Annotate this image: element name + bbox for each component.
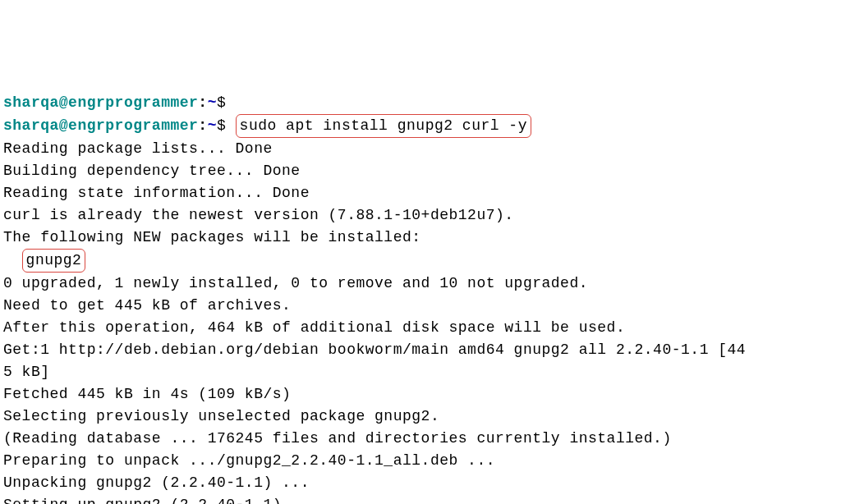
output-line: Building dependency tree... Done (3, 160, 838, 182)
output-line: Reading state information... Done (3, 182, 838, 204)
package-highlight: gnupg2 (22, 249, 86, 273)
prompt-colon: : (198, 117, 207, 134)
prompt-dollar: $ (217, 94, 226, 111)
output-line: Need to get 445 kB of archives. (3, 295, 838, 317)
output-line: Selecting previously unselected package … (3, 405, 838, 428)
prompt-dollar: $ (217, 117, 226, 134)
output-line: (Reading database ... 176245 files and d… (3, 428, 838, 450)
output-line: After this operation, 464 kB of addition… (3, 317, 838, 339)
prompt-user: sharqa@engrprogrammer (3, 117, 198, 134)
output-line: 5 kB] (3, 361, 838, 383)
output-line: Get:1 http://deb.debian.org/debian bookw… (3, 339, 838, 361)
output-line: curl is already the newest version (7.88… (3, 204, 838, 227)
output-line: gnupg2 (3, 249, 838, 273)
prompt-path: ~ (208, 117, 217, 134)
terminal-output[interactable]: sharqa@engrprogrammer:~$sharqa@engrprogr… (3, 92, 838, 504)
output-line: Preparing to unpack .../gnupg2_2.2.40-1.… (3, 450, 838, 472)
output-line: Unpacking gnupg2 (2.2.40-1.1) ... (3, 472, 838, 494)
output-line: The following NEW packages will be insta… (3, 227, 838, 249)
output-line: Reading package lists... Done (3, 138, 838, 160)
output-line: Setting up gnupg2 (2.2.40-1.1) ... (3, 494, 838, 504)
output-line: Fetched 445 kB in 4s (109 kB/s) (3, 383, 838, 405)
prompt-line-empty: sharqa@engrprogrammer:~$ (3, 92, 838, 114)
prompt-user: sharqa@engrprogrammer (3, 94, 198, 111)
prompt-line-command: sharqa@engrprogrammer:~$ sudo apt instal… (3, 114, 838, 138)
indent (3, 252, 22, 268)
output-line: 0 upgraded, 1 newly installed, 0 to remo… (3, 273, 838, 295)
prompt-path: ~ (208, 94, 217, 111)
prompt-colon: : (198, 94, 207, 111)
command-highlight: sudo apt install gnupg2 curl -y (236, 114, 531, 138)
